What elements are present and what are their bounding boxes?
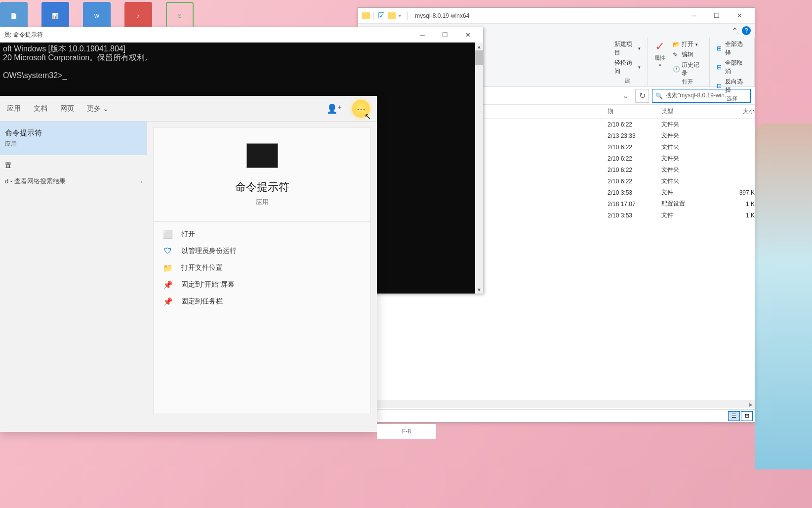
pin-icon: 📌 <box>163 280 172 289</box>
chevron-down-icon: ⌄ <box>103 105 109 113</box>
detail-title: 命令提示符 <box>235 180 289 195</box>
search-detail-panel: 命令提示符 应用 ⬜打开 🛡以管理员身份运行 📁打开文件位置 📌固定到"开始"屏… <box>153 127 371 414</box>
app-thumbnail-icon <box>246 143 278 168</box>
search-tabs: 应用 文档 网页 更多⌄ 👤⁺ ⋯ <box>0 96 377 122</box>
more-options-button[interactable]: ⋯ <box>352 100 370 118</box>
ribbon-history[interactable]: 🕐历史记录 <box>671 60 704 78</box>
select-none-icon: ⊟ <box>717 64 723 71</box>
help-icon[interactable]: ? <box>742 26 751 35</box>
ribbon-new-item[interactable]: 新建项目▾ <box>612 40 643 57</box>
scroll-thumb[interactable] <box>475 50 483 65</box>
desktop-icon-app1[interactable]: 📊 <box>41 2 69 30</box>
nav-dropdown[interactable]: ⌄ <box>618 89 632 103</box>
status-fragment: F-8 <box>377 424 436 439</box>
desktop-icon-spreadsheet[interactable]: S <box>166 2 194 30</box>
table-row[interactable]: 2/10 6:22文件夹 <box>608 175 755 187</box>
ribbon-group-label: 打开 <box>682 78 693 85</box>
feedback-icon[interactable]: 👤⁺ <box>326 103 342 114</box>
ribbon-group-open: ✓ 属性 ▾ 📂打开▾ ✎编辑 🕐历史记录 打开 <box>648 38 710 86</box>
search-results-list: 命令提示符 应用 置 d - 查看网络搜索结果 › <box>0 122 147 432</box>
search-icon: 🔍 <box>655 92 663 99</box>
web-search-item[interactable]: d - 查看网络搜索结果 › <box>0 172 147 191</box>
action-open-location[interactable]: 📁打开文件位置 <box>163 263 361 272</box>
desktop-icon-wps[interactable]: W <box>83 2 111 30</box>
explorer-titlebar: | ☑ ▾ | mysql-8.0.19-winx64 ─ ☐ ✕ <box>358 8 755 24</box>
maximize-button[interactable]: ☐ <box>434 27 456 42</box>
table-row[interactable]: 2/18 17:07配置设置1 K <box>608 198 755 210</box>
folder-icon-2 <box>388 12 396 19</box>
ribbon-select-none[interactable]: ⊟全部取消 <box>715 58 749 76</box>
refresh-button[interactable]: ↻ <box>635 89 649 103</box>
best-match-item[interactable]: 命令提示符 应用 <box>0 122 147 155</box>
cmd-scrollbar[interactable]: ▲ ▼ <box>475 42 483 294</box>
column-type[interactable]: 类型 <box>661 107 723 116</box>
action-open[interactable]: ⬜打开 <box>163 230 361 239</box>
folder-icon: 📁 <box>163 263 172 272</box>
checkmark-icon: ✓ <box>653 40 667 53</box>
wallpaper-figure <box>755 124 812 469</box>
explorer-statusbar: ☰ ⊞ <box>358 409 755 422</box>
history-icon: 🕐 <box>673 66 680 73</box>
minimize-button[interactable]: ─ <box>411 27 434 42</box>
action-run-admin[interactable]: 🛡以管理员身份运行 <box>163 247 361 255</box>
desktop-icon-music[interactable]: ♪ <box>124 2 152 30</box>
table-row[interactable]: 2/10 3:53文件397 K <box>608 187 755 198</box>
ribbon-group-select: ⊞全部选择 ⊟全部取消 ⊡反向选择 选择 <box>710 38 755 86</box>
open-icon: ⬜ <box>163 230 172 239</box>
tab-apps[interactable]: 应用 <box>7 97 21 120</box>
minimize-button[interactable]: ─ <box>683 8 705 23</box>
table-row[interactable]: 2/10 6:22文件夹 <box>608 141 755 153</box>
scroll-up-icon[interactable]: ▲ <box>475 42 483 50</box>
view-thumbs-button[interactable]: ⊞ <box>741 411 753 421</box>
view-details-button[interactable]: ☰ <box>728 411 740 421</box>
table-row[interactable]: 2/13 23:33文件夹 <box>608 130 755 141</box>
detail-actions: ⬜打开 🛡以管理员身份运行 📁打开文件位置 📌固定到"开始"屏幕 📌固定到任务栏 <box>154 222 370 314</box>
scroll-down-icon[interactable]: ▼ <box>475 286 483 294</box>
start-search-popup: 应用 文档 网页 更多⌄ 👤⁺ ⋯ 命令提示符 应用 置 d - 查看网络搜索结… <box>0 96 377 432</box>
chevron-right-icon: › <box>140 178 142 185</box>
ribbon-open[interactable]: 📂打开▾ <box>671 40 700 49</box>
ribbon-group-label: 建 <box>625 77 630 85</box>
table-row[interactable]: 2/10 6:22文件夹 <box>608 164 755 175</box>
table-row[interactable]: 2/10 3:53文件1 K <box>608 210 755 221</box>
tab-more[interactable]: 更多⌄ <box>87 97 109 120</box>
ribbon-easy-access[interactable]: 轻松访问▾ <box>612 58 643 76</box>
chevron-up-icon[interactable]: ⌃ <box>731 26 738 36</box>
table-row[interactable]: 2/10 6:22文件夹 <box>608 153 755 164</box>
cmd-titlebar: 员: 命令提示符 ─ ☐ ✕ <box>0 27 483 42</box>
action-pin-start[interactable]: 📌固定到"开始"屏幕 <box>163 280 361 289</box>
folder-icon <box>362 12 370 19</box>
ribbon-select-all[interactable]: ⊞全部选择 <box>715 40 749 57</box>
divider: | <box>406 11 408 20</box>
ribbon-properties[interactable]: ✓ 属性 ▾ <box>653 40 667 68</box>
table-row[interactable]: 2/10 6:22文件夹 <box>608 119 755 130</box>
tab-docs[interactable]: 文档 <box>34 97 47 120</box>
tab-web[interactable]: 网页 <box>60 97 74 120</box>
detail-header: 命令提示符 应用 <box>154 128 370 222</box>
column-date[interactable]: 期 <box>608 107 661 116</box>
edit-icon: ✎ <box>673 51 680 58</box>
select-all-icon: ⊞ <box>717 45 723 52</box>
ribbon-edit[interactable]: ✎编辑 <box>671 50 695 59</box>
checkbox-icon[interactable]: ☑ <box>378 11 385 20</box>
maximize-button[interactable]: ☐ <box>705 8 728 23</box>
pin-icon: 📌 <box>163 297 172 306</box>
divider: | <box>373 11 375 20</box>
shield-icon: 🛡 <box>163 247 172 255</box>
close-button[interactable]: ✕ <box>728 8 751 23</box>
action-pin-taskbar[interactable]: 📌固定到任务栏 <box>163 297 361 306</box>
open-icon: 📂 <box>673 41 680 48</box>
scroll-right-icon[interactable]: ▶ <box>747 400 755 408</box>
section-label: 置 <box>0 155 147 172</box>
search-input[interactable]: 🔍 搜索"mysql-8.0.19-win... <box>652 89 751 103</box>
window-title: mysql-8.0.19-winx64 <box>415 12 469 19</box>
close-button[interactable]: ✕ <box>456 27 479 42</box>
column-size[interactable]: 大小 <box>723 107 755 116</box>
detail-subtitle: 应用 <box>256 198 269 207</box>
cmd-output[interactable]: oft Windows [版本 10.0.19041.804] 20 Micro… <box>0 42 483 82</box>
ribbon-group-new: 新建项目▾ 轻松访问▾ 建 <box>608 38 648 86</box>
dropdown-icon[interactable]: ▾ <box>399 13 401 18</box>
desktop-icon-doc[interactable]: 📄 <box>0 2 28 30</box>
horizontal-scrollbar[interactable]: ▶ <box>358 400 755 408</box>
